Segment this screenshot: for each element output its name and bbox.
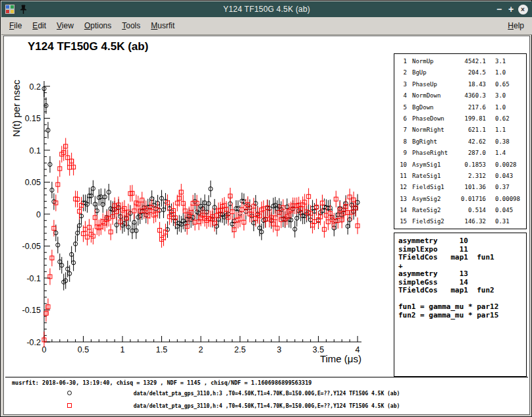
param-val: 199.81 <box>458 113 486 125</box>
series-h-4[interactable] <box>42 138 359 348</box>
svg-text:0.2: 0.2 <box>30 82 41 92</box>
parameter-rows: 1NormUp4542.13.12BgUp204.51.03PhaseUp18.… <box>397 56 526 228</box>
param-val: 0.01716 <box>458 194 486 205</box>
param-no: 7 <box>397 125 407 136</box>
svg-text:0.5: 0.5 <box>78 345 89 354</box>
param-name: NormRight <box>412 125 458 136</box>
param-row: 7NormRight621.11.1 <box>397 125 526 136</box>
param-name: AsymSig2 <box>412 194 458 205</box>
app-window: Y124 TF150G 4.5K (ab) − + × FileEditView… <box>0 0 532 417</box>
theory-line: asymmetry 10 <box>398 237 526 246</box>
svg-text:2: 2 <box>199 345 203 354</box>
param-val: 146.32 <box>458 216 486 227</box>
legend-entry: data/deltat_pta_gps_3110,h:4 ,T0=4.50K,T… <box>4 400 529 412</box>
parameter-box: 1NormUp4542.13.12BgUp204.51.03PhaseUp18.… <box>394 53 527 229</box>
x-axis-title: Time (μs) <box>320 353 361 364</box>
param-row: 3PhaseUp18.430.65 <box>397 79 526 90</box>
theory-line: TFieldCos map1 fun2 <box>398 287 526 295</box>
param-err: 1.0 <box>495 102 506 113</box>
param-err: 0.31 <box>495 216 510 227</box>
svg-text:3: 3 <box>277 345 282 354</box>
param-val: 42.62 <box>458 136 486 148</box>
param-name: RateSig1 <box>412 171 458 182</box>
menu-edit[interactable]: Edit <box>27 18 51 33</box>
root-canvas[interactable]: Y124 TF150G 4.5K (ab) 00.511.522.533.54-… <box>3 36 530 415</box>
theory-line: fun1 = gamma_mu * par12 <box>398 303 526 312</box>
param-val: 204.5 <box>458 67 486 78</box>
series-h-3[interactable] <box>42 80 359 291</box>
menu-options[interactable]: Options <box>79 18 117 33</box>
param-val: 217.6 <box>458 102 486 113</box>
param-val: 4360.3 <box>458 90 486 101</box>
menu-help[interactable]: Help <box>502 18 529 33</box>
theory-line: TFieldCos map1 fun1 <box>398 254 526 262</box>
legend-label: data/deltat_pta_gps_3110,h:3 ,T0=4.50K,T… <box>4 387 529 400</box>
param-row: 5BgDown217.61.0 <box>397 102 526 113</box>
param-name: PhaseDown <box>412 113 458 125</box>
param-val: 0.1853 <box>458 159 486 171</box>
param-name: NormDown <box>412 90 458 101</box>
svg-text:-0.1: -0.1 <box>26 274 41 283</box>
menu-view[interactable]: View <box>51 18 79 33</box>
param-err: 0.00098 <box>495 194 520 205</box>
param-err: 0.62 <box>495 113 510 125</box>
data-area <box>42 80 359 348</box>
fit-stats: musrfit: 2018-06-30, 13:19:40, chisq = 1… <box>12 379 311 386</box>
svg-text:-0.05: -0.05 <box>22 242 41 251</box>
param-val: 621.1 <box>458 125 486 136</box>
param-name: AsymSig1 <box>412 159 458 171</box>
svg-text:0.1: 0.1 <box>30 146 41 155</box>
param-row: 4NormDown4360.33.0 <box>397 90 526 101</box>
app-icon[interactable] <box>5 4 15 14</box>
param-err: 0.043 <box>495 171 513 182</box>
param-no: 6 <box>397 113 407 125</box>
param-err: 0.0028 <box>495 159 517 171</box>
param-no: 1 <box>397 56 407 67</box>
param-name: BgRight <box>412 136 458 148</box>
minimize-button[interactable]: − <box>493 3 505 15</box>
param-row: 1NormUp4542.13.1 <box>397 56 526 67</box>
chart-svg[interactable]: 00.511.522.533.54-0.2-0.15-0.1-0.0500.05… <box>4 74 399 377</box>
param-val: 4542.1 <box>458 56 486 67</box>
param-no: 8 <box>397 136 407 148</box>
param-no: 3 <box>397 79 407 90</box>
legend-marker-square <box>67 403 72 408</box>
theory-box: asymmetry 10simplExpo 11TFieldCos map1 f… <box>394 233 527 377</box>
param-err: 1.1 <box>495 125 506 136</box>
param-err: 1.4 <box>495 148 506 159</box>
param-row: 2BgUp204.51.0 <box>397 67 526 78</box>
menu-tools[interactable]: Tools <box>117 18 146 33</box>
param-val: 0.514 <box>458 205 486 216</box>
close-button[interactable]: × <box>517 3 529 15</box>
svg-text:0: 0 <box>36 210 41 219</box>
param-name: FieldSig2 <box>412 216 458 227</box>
param-no: 11 <box>397 171 407 182</box>
param-row: 15FieldSig2146.320.31 <box>397 216 526 227</box>
legend-label: data/deltat_pta_gps_3110,h:4 ,T0=4.50K,T… <box>4 400 529 412</box>
window-title: Y124 TF150G 4.5K (ab) <box>1 5 532 14</box>
param-val: 18.43 <box>458 79 486 90</box>
svg-text:-0.2: -0.2 <box>26 338 41 347</box>
legend: data/deltat_pta_gps_3110,h:3 ,T0=4.50K,T… <box>4 387 529 412</box>
menu-musrfit[interactable]: Musrfit <box>146 18 180 33</box>
menu-right: Help <box>502 18 529 33</box>
y-axis-title: N(t) per nsec <box>11 80 22 137</box>
param-row: 6PhaseDown199.810.62 <box>397 113 526 125</box>
param-row: 14RateSig20.5140.045 <box>397 205 526 216</box>
param-val: 287.0 <box>458 148 486 159</box>
param-name: FieldSig1 <box>412 182 458 193</box>
menu-file[interactable]: File <box>4 18 27 33</box>
pin-icon[interactable] <box>19 5 28 14</box>
legend-marker-circle <box>67 391 72 395</box>
param-no: 12 <box>397 182 407 193</box>
title-bar[interactable]: Y124 TF150G 4.5K (ab) − + × <box>1 1 532 17</box>
param-err: 0.65 <box>495 79 510 90</box>
param-name: NormUp <box>412 56 458 67</box>
pad-title: Y124 TF150G 4.5K (ab) <box>28 40 148 53</box>
maximize-button[interactable]: + <box>505 3 517 15</box>
theory-line: fun2 = gamma_mu * par15 <box>398 312 526 320</box>
svg-text:0.15: 0.15 <box>25 114 41 123</box>
window-controls: − + × <box>493 3 529 15</box>
param-row: 10AsymSig10.18530.0028 <box>397 159 526 171</box>
svg-text:1.5: 1.5 <box>156 345 167 354</box>
